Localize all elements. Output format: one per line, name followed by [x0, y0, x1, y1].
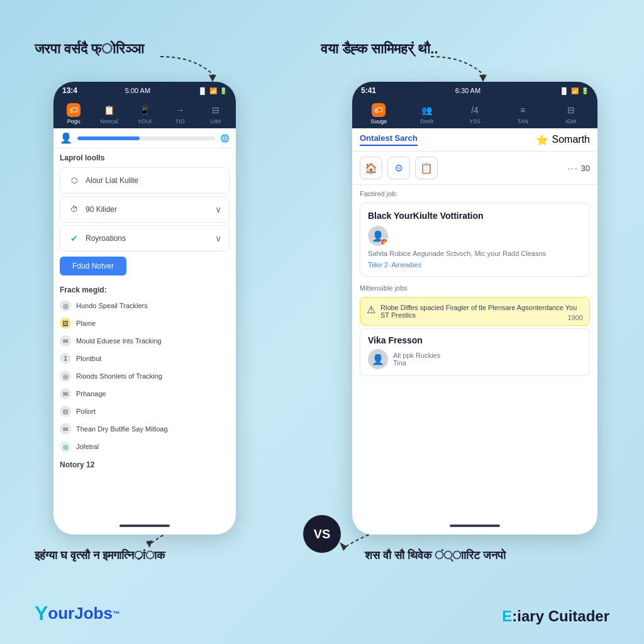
list-item-5: ✉ Prhanage: [53, 385, 236, 402]
maintensible-label: Mittensible jobs: [352, 279, 597, 294]
right-phone-header: Ontalest Sarch ⭐ Somarth: [352, 128, 597, 152]
list-dot-7: ✉: [60, 423, 71, 435]
list-item-6: ⊟ Poliort: [53, 402, 236, 420]
right-tab-icon-2: /4: [468, 103, 482, 117]
vika-card[interactable]: Vika Fresson 👤 All ppk Ruckies Tina: [360, 328, 590, 376]
frack-label: Frack megid:: [53, 280, 236, 297]
featured-job-card[interactable]: Black YourKiulte Vottiration 👤 ⚡ Sahita …: [360, 203, 590, 277]
left-tab-icon-0: 🏷: [67, 103, 80, 117]
right-nav-tab-4[interactable]: ⊟ IGM: [558, 103, 584, 125]
list-item-2: ✉ Mould Eduese Ints Tracking: [53, 332, 236, 350]
right-nav-tab-3[interactable]: ≡ TAN: [510, 103, 535, 125]
action-home-btn[interactable]: 🏠: [360, 157, 382, 179]
bottom-indicator-left: [119, 525, 170, 527]
progress-bar-fill: [77, 136, 140, 140]
card-icon-2: ✔: [68, 232, 80, 245]
list-text-3: Plontbut: [76, 355, 101, 362]
warning-text: Rlobe Diffes spacied Firagler of tle Ple…: [380, 304, 583, 319]
warning-icon: ⚠: [367, 304, 375, 316]
list-text-2: Mould Eduese Ints Tracking: [76, 337, 162, 345]
card-text-0: Alour Liat Kulite: [86, 176, 138, 185]
left-center-time: 5:00 AM: [125, 87, 150, 94]
job-link[interactable]: Tiike 2· Ainewbes: [368, 261, 582, 269]
right-tab-label-2: YSS: [469, 118, 480, 125]
right-nav-tabs: 🏷 Suuge 👥 Donlt /4 YSS ≡ TAN ⊟ IGM: [352, 99, 597, 128]
list-text-1: Plame: [76, 319, 96, 327]
action-settings-btn[interactable]: ⚙: [387, 157, 410, 179]
action-bar: 🏠 ⚙ 📋 ··· 30: [352, 152, 597, 185]
card-text-2: Royroations: [86, 234, 126, 243]
right-tab-icon-3: ≡: [516, 103, 530, 117]
left-tab-icon-4: ⊟: [209, 103, 223, 117]
annotation-top-right: वया डैह्क सामिमहर्ं थौ..: [321, 41, 438, 57]
vika-sub1: All ppk Ruckies: [393, 352, 440, 359]
card-text-1: 90 Kilider: [86, 205, 117, 214]
card-item-0[interactable]: ⬡ Alour Liat Kulite: [60, 167, 230, 194]
header-tab-active[interactable]: Ontalest Sarch: [360, 133, 418, 146]
right-phone: 5:41 6:30 AM ▐▌ 📶 🔋 🏷 Suuge 👥 Donlt /4 Y…: [352, 82, 597, 535]
username: Somarth: [552, 134, 590, 145]
list-dot-6: ⊟: [60, 406, 71, 417]
count-value: 30: [581, 164, 590, 173]
right-tab-icon-0: 🏷: [372, 103, 386, 117]
svg-marker-1: [479, 75, 487, 82]
dots-icon: ···: [568, 164, 579, 173]
right-nav-tab-0[interactable]: 🏷 Suuge: [366, 103, 391, 125]
list-dot-2: ✉: [60, 335, 71, 347]
list-dot-5: ✉: [60, 388, 71, 399]
logo-right: E:iary Cuitader: [502, 608, 609, 625]
left-time: 13:4: [62, 86, 77, 95]
list-text-7: Thean Dry Butlfie Say Mitloag: [76, 425, 168, 433]
list-item-7: ✉ Thean Dry Butlfie Say Mitloag: [53, 420, 236, 438]
left-tab-icon-1: 📋: [103, 103, 116, 117]
left-tab-label-3: TIO: [175, 118, 185, 125]
card-item-1[interactable]: ⏱ 90 Kilider ∨: [60, 196, 230, 223]
vika-sub2: Tina: [393, 359, 440, 367]
left-nav-tab-4[interactable]: ⊟ UIM: [203, 103, 228, 125]
bottom-indicator-right: [450, 525, 500, 527]
globe-icon: 🌐: [220, 134, 230, 143]
arrow-right-top: [428, 47, 503, 85]
avatar-badge: ⚡: [380, 238, 388, 246]
left-status-icons: ▐▌ 📶 🔋: [198, 87, 227, 94]
left-tab-label-1: Noncal: [101, 118, 118, 125]
right-nav-tab-2[interactable]: /4 YSS: [462, 103, 487, 125]
left-tab-icon-3: →: [173, 103, 187, 117]
left-nav-tab-3[interactable]: → TIO: [167, 103, 192, 125]
left-tab-icon-2: 📱: [138, 103, 152, 117]
logo-right-text: :iary Cuitader: [512, 608, 609, 625]
left-phone: 13:4 5:00 AM ▐▌ 📶 🔋 🏷 Pogu 📋 Noncal 📱 YO…: [53, 82, 236, 535]
right-tab-icon-4: ⊟: [564, 103, 578, 117]
chevron-icon-2: ∨: [215, 233, 221, 243]
featured-job-desc: Sahita Robice Aegunade Sctvoch, Mic your…: [368, 250, 582, 257]
list-item-0: ◎ Hundo Speail Tracklers: [53, 297, 236, 314]
action-button[interactable]: Fdud Notver: [60, 257, 126, 275]
card-icon-1: ⏱: [68, 203, 80, 216]
card-item-2[interactable]: ✔ Royroations ∨: [60, 225, 230, 252]
right-tab-label-4: IGM: [565, 118, 576, 125]
header-user: ⭐ Somarth: [536, 134, 590, 146]
chevron-icon-1: ∨: [215, 204, 221, 214]
list-item-3: ↧ Plontbut: [53, 350, 236, 367]
warning-card[interactable]: ⚠ Rlobe Diffes spacied Firagler of tle P…: [360, 297, 590, 326]
list-dot-0: ◎: [60, 300, 71, 311]
card-icon-0: ⬡: [68, 174, 80, 187]
featured-job-label: Factired job:: [352, 185, 597, 200]
left-nav-tab-1[interactable]: 📋 Noncal: [97, 103, 122, 125]
logo-tm: ™: [113, 609, 120, 618]
left-nav-tab-0[interactable]: 🏷 Pogu: [61, 103, 86, 125]
logo-ourjobs: ourJobs: [48, 604, 113, 623]
svg-marker-3: [340, 542, 347, 551]
right-tab-label-1: Donlt: [420, 118, 433, 125]
dots-count: ··· 30: [568, 164, 590, 173]
right-nav-tab-1[interactable]: 👥 Donlt: [414, 103, 440, 125]
left-nav-tab-2[interactable]: 📱 YOUI: [132, 103, 157, 125]
list-item-1: 🖼 Plame: [53, 314, 236, 332]
action-copy-btn[interactable]: 📋: [415, 157, 438, 179]
featured-job-avatar-row: 👤 ⚡: [368, 226, 582, 246]
list-dot-8: ◎: [60, 441, 71, 452]
left-nav-tabs: 🏷 Pogu 📋 Noncal 📱 YOUI → TIO ⊟ UIM: [53, 99, 236, 128]
list-dot-4: ◎: [60, 370, 71, 382]
warning-count: 1900: [568, 314, 583, 321]
list-item-8: ◎ Jofetral: [53, 438, 236, 455]
